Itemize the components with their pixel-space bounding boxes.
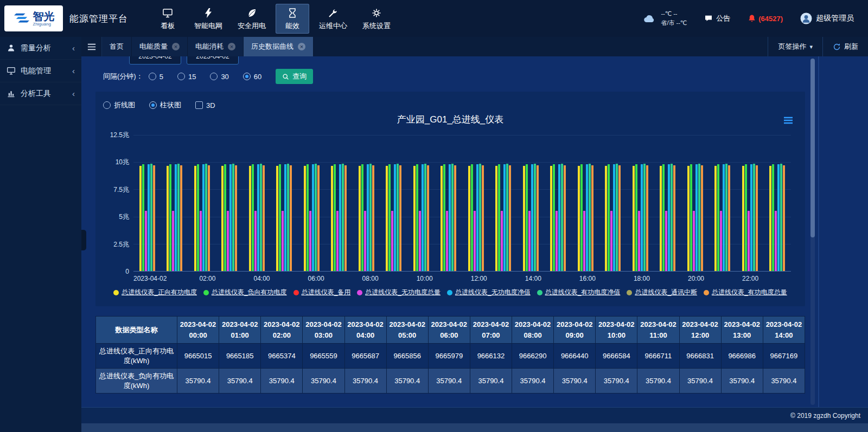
tab-close-icon[interactable]: × [172,43,180,50]
vertical-scrollbar[interactable] [810,59,815,405]
bar-series-5[interactable] [315,164,317,271]
bar-series-3[interactable] [419,211,421,271]
bar-series-3[interactable] [145,211,147,271]
bar-series-7[interactable] [153,165,155,271]
bar-series-1[interactable] [443,164,445,271]
legend-item[interactable]: 总进线仪表_通讯中断 [627,288,697,297]
bar-series-3[interactable] [474,211,476,271]
bar-series-1[interactable] [388,164,391,271]
bar-series-5[interactable] [232,164,234,271]
bar-series-3[interactable] [501,211,503,271]
bar-series-4[interactable] [449,164,451,271]
bar-series-0[interactable] [304,166,306,271]
bar-series-1[interactable] [553,164,555,271]
bar-series-5[interactable] [698,164,700,271]
bar-series-4[interactable] [558,164,560,271]
bar-series-1[interactable] [717,164,719,271]
bar-series-5[interactable] [397,164,399,271]
bar-series-0[interactable] [605,166,607,271]
bar-series-4[interactable] [367,164,369,271]
bar-series-0[interactable] [359,166,361,271]
bar-series-4[interactable] [586,164,588,271]
chart-3d-checkbox[interactable]: 3D [195,101,215,109]
bar-series-1[interactable] [745,164,747,271]
date-start-input[interactable]: 2023-04-02 [129,56,181,65]
bar-series-4[interactable] [723,164,725,271]
bar-series-0[interactable] [523,166,525,271]
bar-series-5[interactable] [616,164,618,271]
legend-item[interactable]: 总进线仪表_无功电度净值 [447,288,531,297]
bar-series-3[interactable] [638,211,640,271]
bar-series-7[interactable] [454,165,456,271]
nav-item-energy-efficiency[interactable]: 能效 [276,4,309,34]
bar-series-7[interactable] [618,165,621,271]
bar-series-7[interactable] [180,165,182,271]
bar-series-3[interactable] [336,211,339,271]
bar-series-7[interactable] [646,165,648,271]
bar-series-7[interactable] [427,165,429,271]
bar-series-1[interactable] [142,164,144,271]
bar-series-1[interactable] [334,164,336,271]
legend-item[interactable]: 总进线仪表_正向有功电度 [113,288,197,297]
bar-series-5[interactable] [561,164,563,271]
bar-series-3[interactable] [446,211,448,271]
bar-series-3[interactable] [610,211,612,271]
bar-series-4[interactable] [531,164,533,271]
bar-series-5[interactable] [424,164,426,271]
bar-series-5[interactable] [671,164,673,271]
bar-series-7[interactable] [399,165,401,271]
interval-radio-30[interactable]: 30 [210,73,228,81]
bar-series-3[interactable] [391,211,393,271]
chart-menu-icon[interactable] [783,117,793,126]
bar-series-3[interactable] [227,211,229,271]
interval-radio-5[interactable]: 5 [149,73,163,81]
bar-series-0[interactable] [687,166,690,271]
nav-item-safe-power[interactable]: 安全用电 [232,4,271,34]
bar-series-5[interactable] [451,164,454,271]
bar-series-1[interactable] [608,164,610,271]
bar-series-3[interactable] [583,211,585,271]
bar-series-0[interactable] [468,166,470,271]
sidebar-item-analysis-tools[interactable]: 分析工具‹ [0,82,81,105]
bar-series-1[interactable] [580,164,583,271]
bar-series-0[interactable] [139,166,142,271]
bar-series-7[interactable] [509,165,511,271]
bar-series-5[interactable] [287,164,289,271]
bar-series-4[interactable] [284,164,286,271]
refresh-button[interactable]: 刷新 [822,37,868,56]
bar-series-4[interactable] [339,164,341,271]
tab-power-quality[interactable]: 电能质量× [132,37,188,56]
bar-series-0[interactable] [221,166,224,271]
sidebar-item-power-management[interactable]: 电能管理‹ [0,60,81,82]
bar-series-7[interactable] [673,165,675,271]
bar-series-7[interactable] [344,165,347,271]
bar-series-5[interactable] [506,164,508,271]
bar-series-3[interactable] [775,211,777,271]
bar-series-5[interactable] [534,164,536,271]
chart-type-radio-1[interactable]: 柱状图 [149,100,181,110]
bar-series-7[interactable] [208,165,210,271]
sidebar-item-demand-analysis[interactable]: 需量分析‹ [0,37,81,60]
bar-series-0[interactable] [578,166,580,271]
interval-radio-15[interactable]: 15 [177,73,196,81]
bar-series-7[interactable] [756,165,758,271]
interval-radio-60[interactable]: 60 [243,73,261,81]
bar-series-5[interactable] [479,164,481,271]
bar-series-7[interactable] [537,165,539,271]
nav-item-dashboard[interactable]: 看板 [151,4,184,34]
legend-item[interactable]: 总进线仪表_有功电度总量 [704,288,787,297]
tab-home[interactable]: 首页 [102,37,132,56]
bar-series-5[interactable] [369,164,372,271]
bar-series-4[interactable] [695,164,698,271]
bar-series-3[interactable] [720,211,722,271]
bar-series-5[interactable] [589,164,591,271]
bar-series-3[interactable] [665,211,667,271]
bar-series-3[interactable] [309,211,311,271]
date-end-input[interactable]: 2023-04-02 [187,56,239,65]
bar-series-0[interactable] [633,166,635,271]
bar-series-1[interactable] [224,164,226,271]
bar-series-3[interactable] [364,211,366,271]
bar-series-4[interactable] [777,164,780,271]
announcement-button[interactable]: 公告 [704,14,730,23]
bar-series-4[interactable] [422,164,424,271]
